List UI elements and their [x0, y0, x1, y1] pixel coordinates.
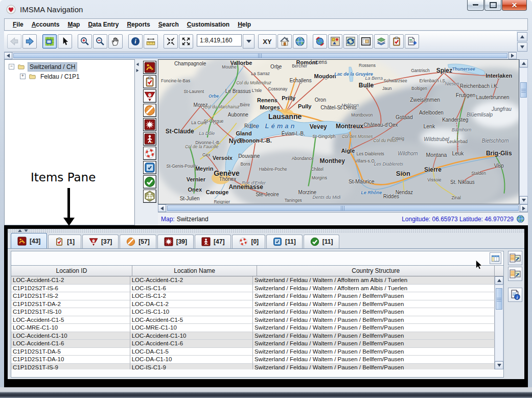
forward-arrow-button[interactable]	[22, 34, 37, 49]
map-scale-value[interactable]: 1:8,419,160	[197, 34, 242, 46]
show-all-on-map-button[interactable]	[508, 267, 522, 281]
items-pane-splitter[interactable]	[8, 229, 524, 233]
home-button[interactable]	[277, 34, 292, 49]
toolbar-hscrollbar[interactable]	[4, 52, 517, 59]
table-row[interactable]: C1P1D2S2T-IS-6LOC-IS-C1-6Switzerland / F…	[11, 285, 495, 293]
hscroll-left-button[interactable]	[4, 52, 12, 59]
overview-window-button[interactable]	[359, 34, 373, 49]
tab-accident[interactable]: [43]	[11, 233, 47, 248]
select-cursor-button[interactable]	[58, 34, 72, 49]
zoom-to-layer-button[interactable]	[42, 34, 57, 49]
table-vscroll-track[interactable]	[495, 285, 503, 361]
tab-assistance[interactable]: [0]	[232, 235, 265, 248]
hazard-layer-button[interactable]	[143, 89, 156, 103]
map-hscrollbar[interactable]	[158, 204, 528, 212]
new-report-button[interactable]	[405, 34, 419, 49]
map-vscroll-track[interactable]	[519, 67, 528, 196]
column-chooser-button[interactable]	[490, 252, 501, 264]
tab-hazard[interactable]: [37]	[82, 235, 119, 248]
tree-map-splitter[interactable]	[135, 59, 142, 225]
column-header-country-structure[interactable]: Country Structure	[257, 266, 495, 276]
close-button[interactable]: ✕	[502, 0, 527, 11]
map-vscrollbar[interactable]	[519, 59, 528, 204]
collapse-expander-icon[interactable]: −	[9, 64, 14, 69]
table-row[interactable]: C1P1D2S1T-IS-10LOC-IS-C1-10Switzerland /…	[11, 308, 495, 316]
tree-node-label[interactable]: Switzerland / CH	[28, 62, 77, 72]
table-scroll-up-button[interactable]	[495, 276, 503, 285]
assistance-layer-button[interactable]	[143, 147, 156, 160]
zoom-in-button[interactable]	[78, 34, 92, 49]
layers-button[interactable]	[374, 34, 388, 49]
toolbar-scroll-up-button[interactable]	[517, 32, 527, 41]
table-row[interactable]: C1P1D2S1T-DA-5LOC-DA-C1-5Switzerland / F…	[11, 348, 495, 356]
menu-map[interactable]: Map	[63, 20, 84, 29]
view-record-details-button[interactable]: i	[508, 288, 522, 302]
menu-help[interactable]: Help	[234, 20, 255, 29]
table-row[interactable]: LOC-Accident-C1-5LOC-Accident-C1-5Switze…	[11, 316, 495, 324]
toolbar-scroll-down-button[interactable]	[517, 42, 527, 52]
completed-layer-button[interactable]	[143, 175, 156, 189]
tab-explosion[interactable]: [39]	[157, 235, 194, 248]
tab-victim[interactable]: [47]	[195, 235, 231, 248]
menu-reports[interactable]: Reports	[123, 20, 154, 29]
show-selection-on-map-button[interactable]	[508, 251, 522, 265]
title-bar[interactable]: IMSMA Navigation ✕	[0, 0, 532, 18]
column-header-location-id[interactable]: Location ID	[11, 266, 132, 276]
table-row[interactable]: LOC-Accident-C1-10LOC-Accident-C1-10Swit…	[11, 332, 495, 340]
hscroll-track[interactable]	[12, 52, 508, 59]
map-scroll-up-button[interactable]	[519, 59, 528, 67]
splitter-collapse-left-icon[interactable]	[136, 63, 139, 66]
maximize-button[interactable]	[484, 0, 501, 11]
map-vscroll-thumb[interactable]	[520, 82, 527, 98]
victim-layer-button[interactable]	[143, 132, 156, 146]
pan-hand-button[interactable]	[108, 34, 123, 49]
table-row[interactable]: C1P1D2S1T-DA-2LOC-DA-C1-2Switzerland / F…	[11, 300, 495, 309]
tree-node[interactable]: +Feldau / C1P1	[5, 72, 134, 81]
hazard-reduction-layer-button[interactable]	[143, 104, 156, 117]
tab-qa[interactable]: [11]	[266, 235, 303, 248]
map-refresh-button[interactable]	[343, 34, 358, 49]
hscroll-thumb[interactable]	[13, 53, 507, 58]
info-button[interactable]: i	[128, 34, 143, 49]
menu-file[interactable]: File	[9, 20, 28, 29]
zoom-out-button[interactable]	[93, 34, 107, 49]
org-chart-layer-button[interactable]	[143, 190, 156, 203]
clipboard-check-button[interactable]	[389, 34, 404, 49]
hscroll-right-button[interactable]	[508, 52, 517, 59]
table-row[interactable]: LOC-Accident-C1-2LOC-Accident-C1-2Switze…	[11, 276, 495, 285]
explosion-layer-button[interactable]	[143, 118, 156, 131]
map-legend-button[interactable]	[328, 34, 342, 49]
table-row[interactable]: LOC-Accident-C1-6LOC-Accident-C1-6Switze…	[11, 340, 495, 348]
table-vscroll-thumb[interactable]	[496, 288, 502, 310]
splitter-up-icon[interactable]	[18, 229, 22, 232]
splitter-down-icon[interactable]	[24, 229, 28, 232]
tree-node-label[interactable]: Feldau / C1P1	[39, 73, 81, 81]
column-header-location-name[interactable]: Location Name	[132, 266, 258, 276]
back-arrow-button[interactable]	[7, 34, 21, 49]
measure-button[interactable]	[144, 34, 158, 49]
xy-coordinates-button[interactable]: XY	[258, 34, 276, 49]
fixed-zoom-in-button[interactable]	[164, 34, 178, 49]
map-scroll-right-button[interactable]	[520, 204, 528, 212]
full-extent-button[interactable]	[179, 34, 193, 49]
coordinate-system-globe-icon[interactable]	[516, 215, 525, 223]
table-row[interactable]: C1P1D2S1T-IS-9LOC-IS-C1-9Switzerland / F…	[11, 364, 495, 370]
tab-task[interactable]: [1]	[48, 235, 81, 248]
expand-expander-icon[interactable]: +	[20, 74, 26, 79]
accident-layer-button[interactable]	[143, 61, 156, 74]
qa-layer-button[interactable]	[143, 161, 156, 174]
menu-customisation[interactable]: Customisation	[183, 20, 234, 29]
splitter-collapse-right-icon[interactable]	[136, 69, 139, 72]
map-scale-dropdown-button[interactable]	[243, 34, 255, 49]
map-hscroll-thumb[interactable]	[167, 205, 519, 211]
globe-button[interactable]	[293, 34, 307, 49]
tab-hazard-reduction[interactable]: [57]	[120, 235, 156, 248]
menu-accounts[interactable]: Accounts	[28, 20, 64, 29]
table-row[interactable]: C1P1D2S1T-IS-2LOC-IS-C1-2Switzerland / F…	[11, 292, 495, 300]
table-row[interactable]: C1P1D2S1T-DA-10LOC-DA-C1-10Switzerland /…	[11, 356, 495, 364]
table-vscrollbar[interactable]	[495, 276, 503, 369]
minimize-button[interactable]	[467, 0, 484, 11]
map-scroll-left-button[interactable]	[158, 204, 166, 212]
tab-completed[interactable]: [11]	[304, 235, 340, 248]
menu-data-entry[interactable]: Data Entry	[84, 20, 123, 29]
